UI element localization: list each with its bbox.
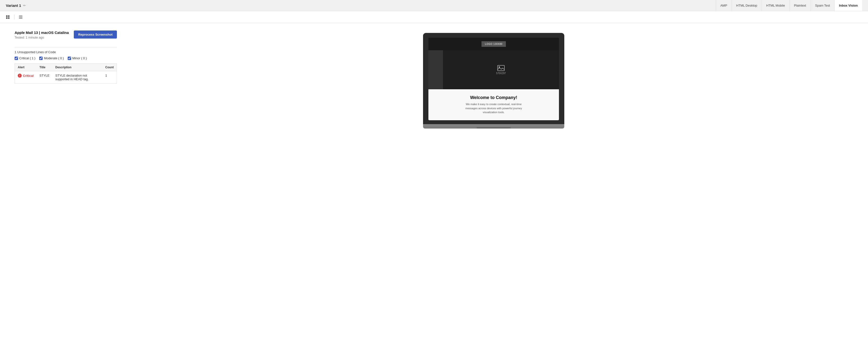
col-count: Count [102, 64, 117, 71]
right-panel: LOGO 130X80 [127, 30, 861, 334]
filter-checkbox-1[interactable] [39, 57, 42, 60]
client-header-row: Apple Mail 13 | macOS Catalina Tested: 1… [14, 30, 117, 43]
table-row: !CriticalSTYLESTYLE declaration not supp… [15, 71, 117, 84]
email-sidebar-dark [428, 50, 443, 89]
critical-badge: !Critical [18, 74, 34, 78]
svg-rect-2 [6, 17, 7, 19]
tested-time: Tested: 1 minute ago [14, 36, 69, 39]
filter-item-2[interactable]: Minor ( 0 ) [68, 56, 87, 60]
tab-inbox-vision[interactable]: Inbox Vision [834, 0, 862, 11]
email-hero-area: 570X297 [428, 50, 559, 89]
unsupported-heading: 1 Unsupported Lines of Code [14, 50, 117, 54]
image-placeholder: 570X297 [496, 65, 506, 75]
laptop-base [423, 124, 564, 129]
image-icon [497, 65, 505, 71]
email-welcome-text: We make it easy to create contextual, re… [462, 102, 525, 114]
filter-label-1: Moderate ( 0 ) [44, 56, 64, 60]
email-main-dark: 570X297 [443, 50, 559, 89]
edit-icon[interactable]: ✏ [23, 4, 26, 7]
email-logo-bar: LOGO 130X80 [428, 38, 559, 50]
tab-html-desktop[interactable]: HTML Desktop [732, 0, 762, 11]
tab-amp[interactable]: AMP [716, 0, 732, 11]
filter-row: Critical ( 1 )Moderate ( 0 )Minor ( 0 ) [14, 56, 117, 60]
tab-plaintext[interactable]: Plaintext [789, 0, 810, 11]
svg-point-8 [499, 66, 500, 68]
grid-view-icon[interactable] [4, 13, 11, 21]
svg-rect-0 [6, 16, 7, 17]
email-body-light: Welcome to Company! We make it easy to c… [428, 89, 559, 120]
alert-table: AlertTitleDescriptionCount !CriticalSTYL… [14, 63, 117, 84]
alert-cell: !Critical [15, 71, 37, 84]
email-logo-placeholder: LOGO 130X80 [482, 41, 506, 47]
col-title: Title [36, 64, 52, 71]
tab-spam-test[interactable]: Spam Test [810, 0, 834, 11]
svg-rect-5 [19, 17, 22, 17]
description-cell: STYLE declaration not supported in HEAD … [52, 71, 102, 84]
main-content: Apple Mail 13 | macOS Catalina Tested: 1… [0, 23, 868, 340]
svg-rect-6 [19, 18, 22, 19]
laptop-screen: LOGO 130X80 [428, 38, 559, 120]
title-cell: STYLE [36, 71, 52, 84]
list-view-icon[interactable] [17, 13, 24, 21]
col-alert: Alert [15, 64, 37, 71]
col-description: Description [52, 64, 102, 71]
nav-left: Variant 1 ✏ [6, 3, 26, 7]
laptop-body: LOGO 130X80 [423, 33, 564, 124]
email-welcome-title: Welcome to Company! [433, 95, 554, 100]
nav-tabs: AMPHTML DesktopHTML MobilePlaintextSpam … [716, 0, 862, 11]
tab-html-mobile[interactable]: HTML Mobile [762, 0, 789, 11]
count-cell: 1 [102, 71, 117, 84]
reprocess-screenshot-button[interactable]: Reprocess Screenshot [74, 30, 117, 38]
svg-rect-7 [498, 65, 504, 71]
toolbar-divider [14, 15, 14, 20]
toolbar [0, 11, 868, 23]
image-size-label: 570X297 [496, 72, 506, 75]
table-body: !CriticalSTYLESTYLE declaration not supp… [15, 71, 117, 84]
client-info: Apple Mail 13 | macOS Catalina Tested: 1… [14, 30, 69, 43]
filter-label-0: Critical ( 1 ) [19, 56, 35, 60]
filter-checkbox-0[interactable] [14, 57, 18, 60]
variant-title: Variant 1 [6, 3, 21, 7]
svg-rect-1 [8, 16, 9, 17]
alert-type-label: Critical [23, 74, 34, 78]
svg-rect-4 [19, 16, 22, 16]
svg-rect-3 [8, 17, 9, 19]
top-navigation: Variant 1 ✏ AMPHTML DesktopHTML MobilePl… [0, 0, 868, 11]
filter-item-1[interactable]: Moderate ( 0 ) [39, 56, 64, 60]
mail-client-title: Apple Mail 13 | macOS Catalina [14, 30, 69, 35]
filter-label-2: Minor ( 0 ) [72, 56, 87, 60]
critical-icon: ! [18, 74, 22, 78]
filter-item-0[interactable]: Critical ( 1 ) [14, 56, 35, 60]
email-preview: LOGO 130X80 [428, 38, 559, 120]
laptop-preview: LOGO 130X80 [423, 33, 564, 129]
left-panel: Apple Mail 13 | macOS Catalina Tested: 1… [14, 30, 117, 334]
filter-checkbox-2[interactable] [68, 57, 71, 60]
table-header: AlertTitleDescriptionCount [15, 64, 117, 71]
